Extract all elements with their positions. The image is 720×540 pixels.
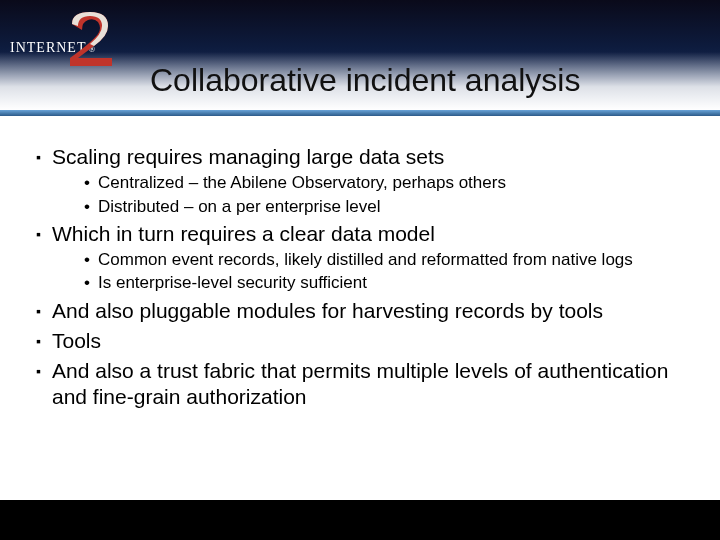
bullet-l2: •Centralized – the Abilene Observatory, … <box>36 172 696 193</box>
bullet-l1: ▪Scaling requires managing large data se… <box>36 144 696 170</box>
bullet-text: And also pluggable modules for harvestin… <box>52 298 696 324</box>
bullet-l2: •Distributed – on a per enterprise level <box>36 196 696 217</box>
bullet-marker: ▪ <box>36 358 52 411</box>
bullet-marker: ▪ <box>36 144 52 170</box>
bullet-marker: • <box>84 172 98 193</box>
logo-2-icon <box>66 10 116 68</box>
header-bar: INTERNET ® Collaborative incident analys… <box>0 0 720 116</box>
bullet-l1: ▪Which in turn requires a clear data mod… <box>36 221 696 247</box>
bullet-l1: ▪Tools <box>36 328 696 354</box>
bullet-marker: ▪ <box>36 328 52 354</box>
bullet-marker: ▪ <box>36 298 52 324</box>
bullet-text: Distributed – on a per enterprise level <box>98 196 696 217</box>
footer-bar <box>0 500 720 540</box>
bullet-text: Centralized – the Abilene Observatory, p… <box>98 172 696 193</box>
slide: INTERNET ® Collaborative incident analys… <box>0 0 720 540</box>
bullet-text: Which in turn requires a clear data mode… <box>52 221 696 247</box>
bullet-l1: ▪And also a trust fabric that permits mu… <box>36 358 696 411</box>
slide-body: ▪Scaling requires managing large data se… <box>36 140 696 411</box>
bullet-l1: ▪And also pluggable modules for harvesti… <box>36 298 696 324</box>
bullet-marker: • <box>84 272 98 293</box>
slide-title: Collaborative incident analysis <box>150 62 580 99</box>
bullet-text: And also a trust fabric that permits mul… <box>52 358 696 411</box>
bullet-marker: ▪ <box>36 221 52 247</box>
internet2-logo: INTERNET ® <box>4 10 124 62</box>
bullet-text: Common event records, likely distilled a… <box>98 249 696 270</box>
bullet-text: Tools <box>52 328 696 354</box>
bullet-marker: • <box>84 196 98 217</box>
bullet-text: Is enterprise-level security sufficient <box>98 272 696 293</box>
bullet-l2: •Is enterprise-level security sufficient <box>36 272 696 293</box>
bullet-text: Scaling requires managing large data set… <box>52 144 696 170</box>
bullet-marker: • <box>84 249 98 270</box>
bullet-l2: •Common event records, likely distilled … <box>36 249 696 270</box>
